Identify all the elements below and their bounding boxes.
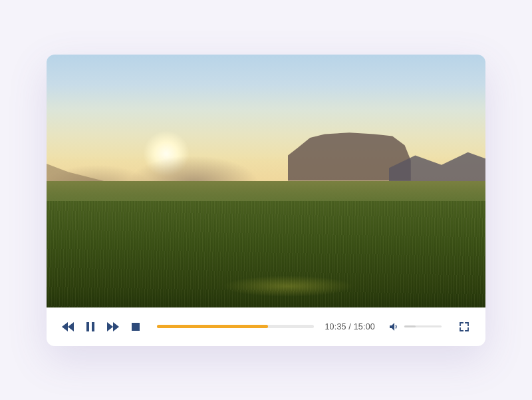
fast-forward-icon bbox=[107, 322, 119, 331]
stop-icon bbox=[132, 323, 140, 331]
pause-button[interactable] bbox=[84, 320, 97, 333]
fullscreen-icon bbox=[460, 322, 469, 331]
video-player: 10:35 / 15:00 bbox=[47, 55, 485, 346]
volume-group bbox=[390, 322, 442, 331]
fast-forward-button[interactable] bbox=[106, 320, 120, 333]
time-display: 10:35 / 15:00 bbox=[325, 322, 375, 331]
stop-button[interactable] bbox=[129, 320, 142, 333]
progress-bar[interactable] bbox=[157, 325, 314, 328]
fullscreen-button[interactable] bbox=[458, 320, 471, 333]
player-controls: 10:35 / 15:00 bbox=[47, 307, 485, 346]
video-viewport[interactable] bbox=[47, 55, 485, 307]
volume-fill bbox=[404, 325, 416, 327]
progress-group: 10:35 / 15:00 bbox=[157, 322, 375, 331]
rewind-icon bbox=[62, 322, 74, 331]
svg-rect-1 bbox=[92, 322, 94, 331]
volume-icon bbox=[390, 323, 399, 331]
svg-rect-2 bbox=[132, 323, 140, 331]
svg-rect-0 bbox=[86, 322, 89, 331]
volume-button[interactable] bbox=[390, 322, 399, 331]
volume-slider[interactable] bbox=[404, 325, 442, 327]
progress-fill bbox=[157, 325, 268, 328]
rewind-button[interactable] bbox=[61, 320, 74, 333]
pause-icon bbox=[86, 322, 94, 331]
